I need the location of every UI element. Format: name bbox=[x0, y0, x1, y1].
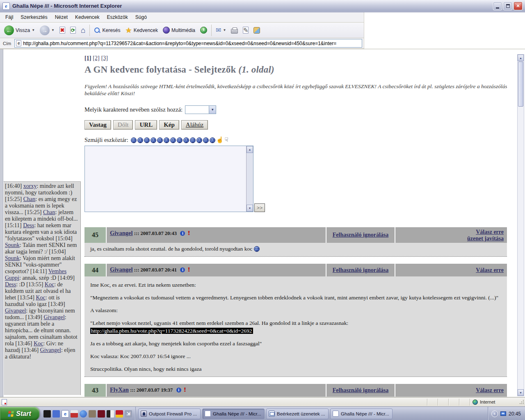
menu-item[interactable]: Szerkesztés bbox=[17, 13, 51, 21]
maximize-button[interactable] bbox=[503, 2, 512, 10]
quick-launch-icon[interactable]: ⇲ bbox=[125, 410, 132, 418]
url-button[interactable]: URL bbox=[135, 120, 157, 130]
chat-user-link[interactable]: Givangel bbox=[5, 308, 26, 314]
refresh-button[interactable]: ⟳ bbox=[68, 25, 78, 35]
menu-item[interactable]: Nézet bbox=[51, 13, 71, 21]
smiley-icon[interactable] bbox=[190, 137, 196, 143]
taskbar-window-button[interactable]: Outpost Firewall Pro ... bbox=[138, 409, 201, 419]
submit-button[interactable]: >> bbox=[254, 203, 265, 212]
image-button[interactable]: Kép bbox=[159, 120, 179, 130]
bold-button[interactable]: Vastag bbox=[84, 120, 111, 130]
quick-launch-icon[interactable] bbox=[80, 410, 87, 418]
quick-launch-icon[interactable] bbox=[116, 410, 123, 418]
smiley-icon[interactable] bbox=[170, 137, 176, 143]
reply-link[interactable]: Válasz erre bbox=[476, 229, 504, 235]
taskbar-window-button[interactable]: Ghalla Népe /// - Micr... bbox=[202, 409, 265, 419]
scroll-down-icon[interactable]: ▼ bbox=[518, 389, 524, 396]
chat-user-link[interactable]: Givangel bbox=[44, 314, 65, 320]
quick-launch-icon[interactable] bbox=[107, 410, 114, 418]
italic-button[interactable]: Dőlt bbox=[113, 120, 133, 130]
back-dropdown-icon[interactable]: ▼ bbox=[32, 28, 35, 32]
character-select[interactable]: ▼ bbox=[185, 105, 216, 114]
home-button[interactable]: ⌂ bbox=[78, 25, 88, 35]
address-input[interactable]: e http://ghalla.pbm.hu/comment.php?q=117… bbox=[14, 39, 362, 48]
post-author-link[interactable]: Givangel bbox=[110, 266, 133, 273]
quick-launch-icon[interactable]: e bbox=[62, 410, 69, 418]
chat-user-link[interactable]: Dess bbox=[23, 222, 34, 228]
smiley-icon[interactable] bbox=[196, 137, 202, 143]
chat-user-link[interactable]: Chan bbox=[23, 196, 36, 202]
chat-user-link[interactable]: Spunk bbox=[5, 242, 20, 248]
smiley-icon[interactable] bbox=[203, 137, 209, 143]
smiley-icon[interactable] bbox=[183, 137, 189, 143]
taskbar-window-button[interactable]: Beérkezett üzenetek ... bbox=[266, 409, 329, 419]
network-tray-icon[interactable] bbox=[500, 411, 506, 416]
ignore-user-link[interactable]: Felhasználó ignorálása bbox=[333, 232, 389, 238]
search-button[interactable]: Keresés bbox=[91, 26, 123, 35]
mail-dropdown-icon[interactable]: ▼ bbox=[223, 28, 226, 32]
page-link[interactable]: [3] bbox=[101, 55, 108, 61]
tray-chevron-icon[interactable]: ‹ bbox=[491, 411, 498, 417]
page-scrollbar[interactable]: ▲ ▼ bbox=[517, 54, 524, 396]
chat-user-link[interactable]: Givangel bbox=[40, 347, 61, 353]
scroll-up-icon[interactable]: ▲ bbox=[247, 146, 253, 153]
menu-item[interactable]: Eszközök bbox=[103, 13, 131, 21]
mail-button[interactable]: ✉ ▼ bbox=[213, 26, 228, 35]
minimize-button[interactable] bbox=[493, 2, 502, 10]
forward-dropdown-icon[interactable]: ▼ bbox=[51, 28, 55, 32]
forward-button[interactable]: → ▼ bbox=[37, 24, 57, 37]
info-icon[interactable]: i bbox=[180, 267, 185, 272]
chevron-down-icon[interactable]: ▼ bbox=[209, 106, 216, 114]
media-button[interactable]: Multimédia bbox=[160, 25, 198, 35]
reply-link[interactable]: Válasz erre bbox=[476, 387, 504, 393]
menu-item[interactable]: Kedvencek bbox=[71, 13, 103, 21]
messenger-button[interactable] bbox=[251, 26, 262, 35]
scrollbar-thumb[interactable] bbox=[518, 62, 523, 107]
stop-button[interactable]: ✖ bbox=[57, 25, 68, 35]
chat-user-link[interactable]: Koc bbox=[34, 340, 43, 347]
smiley-icon[interactable] bbox=[210, 137, 215, 143]
ignore-user-link[interactable]: Felhasználó ignorálása bbox=[333, 267, 389, 274]
chat-user-link[interactable]: Spunk bbox=[5, 255, 20, 261]
history-button[interactable] bbox=[198, 25, 210, 35]
scroll-up-icon[interactable]: ▲ bbox=[518, 55, 524, 61]
chat-user-link[interactable]: Koc bbox=[45, 281, 54, 288]
chat-user-link[interactable]: xorxy bbox=[23, 183, 37, 189]
textarea-scrollbar[interactable]: ▲ ▼ bbox=[246, 146, 253, 212]
taskbar-window-button[interactable]: Ghalla Népe /// - Micr... bbox=[330, 409, 393, 419]
quick-launch-icon[interactable] bbox=[43, 410, 51, 418]
page-link[interactable]: [1] bbox=[84, 55, 91, 61]
post-author-link[interactable]: FlyXan bbox=[110, 386, 129, 393]
quick-launch-icon[interactable] bbox=[71, 410, 78, 418]
edit-button[interactable]: ✎ bbox=[240, 25, 251, 35]
page-link[interactable]: [2] bbox=[93, 55, 99, 61]
chat-user-link[interactable]: Dess bbox=[5, 281, 16, 288]
quick-launch-icon[interactable] bbox=[52, 410, 60, 418]
smiley-icon[interactable] bbox=[151, 137, 156, 143]
info-icon[interactable]: i bbox=[180, 231, 185, 236]
chat-user-link[interactable]: Chan bbox=[43, 209, 55, 215]
comment-textarea[interactable]: ▲ ▼ bbox=[84, 146, 253, 212]
smiley-icon[interactable] bbox=[177, 137, 183, 143]
close-button[interactable]: ✕ bbox=[514, 2, 523, 10]
reply-link[interactable]: Válasz erre bbox=[476, 267, 504, 273]
quick-launch-icon[interactable] bbox=[98, 410, 105, 418]
smiley-icon[interactable] bbox=[137, 137, 143, 143]
smiley-icon[interactable]: ☝ bbox=[216, 137, 224, 143]
chat-user-link[interactable]: Koc bbox=[36, 294, 45, 301]
quick-launch-icon[interactable] bbox=[89, 410, 96, 418]
edit-message-link[interactable]: üzenet javítása bbox=[467, 235, 504, 242]
ignore-user-link[interactable]: Felhasználó ignorálása bbox=[333, 387, 389, 394]
post-author-link[interactable]: Givangel bbox=[110, 230, 133, 236]
info-icon[interactable]: i bbox=[176, 388, 181, 393]
print-button[interactable] bbox=[228, 26, 240, 35]
smiley-icon[interactable] bbox=[164, 137, 169, 143]
smiley-icon[interactable] bbox=[157, 137, 163, 143]
back-button[interactable]: ← Vissza ▼ bbox=[2, 24, 37, 37]
underline-button[interactable]: Aláhúz bbox=[181, 120, 208, 130]
menu-item[interactable]: Fájl bbox=[2, 13, 17, 21]
menu-item[interactable]: Súgó bbox=[132, 13, 151, 21]
favorites-button[interactable]: ★ Kedvencek bbox=[123, 25, 161, 35]
smiley-icon[interactable] bbox=[131, 137, 137, 143]
smiley-icon[interactable] bbox=[144, 137, 150, 143]
